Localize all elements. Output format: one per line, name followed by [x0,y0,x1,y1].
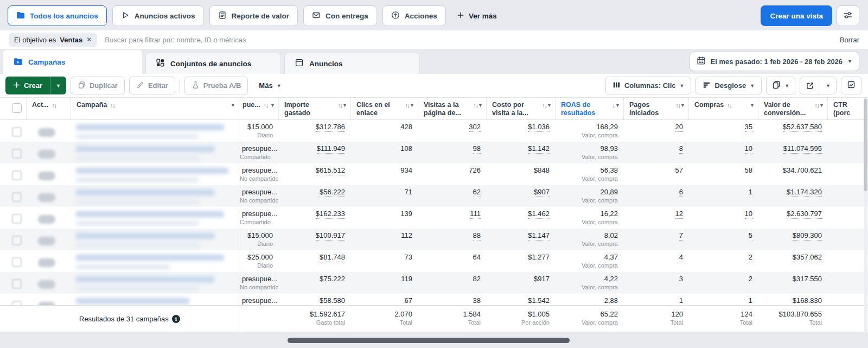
row-active-toggle[interactable] [26,120,71,142]
columns-label: Columnas: Clic [624,81,676,90]
chevron-down-icon[interactable]: ▼ [750,101,755,108]
row-active-toggle[interactable] [26,207,71,229]
column-header-ctr[interactable]: CTR (porc [827,98,868,119]
row-checkbox[interactable] [0,250,26,272]
toggle-icon [38,258,55,267]
preset-actions-button[interactable]: Acciones [382,5,446,26]
row-active-toggle[interactable] [26,272,71,294]
vertical-scrollbar-thumb[interactable] [864,99,867,191]
campaign-name-cell-redacted[interactable] [71,250,239,272]
table-row[interactable]: presupue...Compartido $162.233 139 111 $… [0,207,868,229]
column-header-roas[interactable]: ROAS de resultados↓▼ [555,98,623,119]
row-checkbox[interactable] [0,142,26,163]
toggle-icon [38,193,55,202]
table-row[interactable]: presupue... $58.580 67 38 $1.542 2,88 1 … [0,294,868,305]
row-active-toggle[interactable] [26,185,71,207]
chevron-down-icon[interactable]: ▼ [819,101,824,108]
edit-button[interactable]: Editar [129,77,175,94]
create-dropdown-button[interactable]: ▼ [50,77,66,94]
filter-chip-objective[interactable]: El objetivo es Ventas ✕ [9,33,97,47]
row-checkbox[interactable] [0,185,26,207]
chevron-down-icon[interactable]: ▼ [680,101,685,108]
info-icon[interactable]: i [172,315,180,323]
columns-button[interactable]: Columnas: Clic ▼ [605,77,692,94]
clear-filters-button[interactable]: Borrar [840,36,859,44]
chevron-down-icon[interactable]: ▼ [270,101,275,108]
tab-ads[interactable]: Anuncios [284,53,420,74]
preset-value-report-button[interactable]: Reporte de valor [209,5,298,26]
table-row[interactable]: $25.000Diario $81.748 73 64 $1.277 4,37V… [0,250,868,272]
export-split-button[interactable]: ▼ [800,77,837,94]
row-checkbox[interactable] [0,163,26,185]
select-all-checkbox[interactable] [0,98,26,119]
row-active-toggle[interactable] [26,229,71,250]
chevron-down-icon[interactable]: ▼ [231,101,235,108]
redacted-campaign-status [76,243,199,248]
column-header-amount-spent[interactable]: Importe gastado↑↓▼ [278,98,350,119]
table-row[interactable]: $15.000Diario $312.786 428 302 $1.036 16… [0,120,868,142]
link-clicks-cell: 934 [350,163,418,185]
table-row[interactable]: presupue...Compartido $111.949 108 98 $1… [0,142,868,163]
horizontal-scrollbar-thumb[interactable] [288,338,570,343]
link-clicks-cell: 428 [350,120,418,142]
chevron-down-icon[interactable]: ▼ [342,101,347,108]
row-active-toggle[interactable] [26,142,71,163]
campaign-name-cell-redacted[interactable] [71,229,239,250]
tab-ad-sets[interactable]: Conjuntos de anuncios [145,53,281,74]
roas-cell: 4,37Valor, compra [555,250,623,272]
column-header-landing-page-views[interactable]: Visitas a la página de...↑↓▼ [418,98,486,119]
landing-page-views-cell: 111 [418,207,486,229]
export-dropdown-button[interactable]: ▼ [820,77,836,94]
table-row[interactable]: presupue...No compartido $615.512 934 72… [0,163,868,185]
table-row[interactable]: $15.000Diario $100.917 112 88 $1.147 8,0… [0,229,868,250]
chevron-down-icon[interactable]: ▼ [478,101,483,108]
column-header-conversion-value[interactable]: Valor de conversión...↑↓▼ [758,98,827,119]
campaign-name-cell-redacted[interactable] [71,120,239,142]
tab-campaigns[interactable]: Campañas [3,50,142,74]
chevron-down-icon[interactable]: ▼ [615,101,620,108]
campaign-name-cell-redacted[interactable] [71,185,239,207]
row-active-toggle[interactable] [26,294,71,305]
ab-test-button[interactable]: Prueba A/B [184,77,248,94]
reports-button[interactable]: ▼ [766,77,795,94]
column-header-purchases[interactable]: Compras↑↓▼ [688,98,758,119]
table-footer-totals: Resultados de 31 campañas i $1.592.617Ga… [0,305,868,332]
column-header-cost-per-visit[interactable]: Costo por visita a la...↑↓▼ [486,98,555,119]
filter-search-input[interactable] [105,36,832,44]
landing-page-views-cell: 38 [418,294,486,305]
column-header-campaign[interactable]: Campaña↑↓▼ [71,98,239,119]
campaign-name-cell-redacted[interactable] [71,294,239,305]
charts-button[interactable] [841,77,861,94]
campaign-name-cell-redacted[interactable] [71,142,239,163]
view-settings-button[interactable] [837,5,859,26]
preset-with-delivery-button[interactable]: Con entrega [303,5,377,26]
table-row[interactable]: presupue...No compartido $75.222 119 82 … [0,272,868,294]
chevron-down-icon[interactable]: ▼ [410,101,414,108]
chevron-down-icon[interactable]: ▼ [547,101,552,108]
duplicate-button[interactable]: Duplicar [71,77,125,94]
row-checkbox[interactable] [0,120,26,142]
date-range-button[interactable]: El mes pasado: 1 feb 2026 - 28 feb 2026 … [690,52,859,71]
row-checkbox[interactable] [0,272,26,294]
create-button[interactable]: Crear ▼ [5,77,66,94]
row-active-toggle[interactable] [26,163,71,185]
row-checkbox[interactable] [0,229,26,250]
campaign-name-cell-redacted[interactable] [71,163,239,185]
campaign-name-cell-redacted[interactable] [71,272,239,294]
create-view-button[interactable]: Crear una vista [761,5,832,26]
see-more-button[interactable]: Ver más [451,5,502,26]
row-checkbox[interactable] [0,207,26,229]
column-header-budget[interactable]: pue...↑↓▼ [239,98,278,119]
row-active-toggle[interactable] [26,250,71,272]
more-button[interactable]: Más ▼ [252,77,288,94]
campaign-name-cell-redacted[interactable] [71,207,239,229]
column-header-payments-initiated[interactable]: Pagos iniciados↑↓▼ [623,98,688,119]
remove-filter-icon[interactable]: ✕ [86,36,92,43]
preset-all-ads-button[interactable]: Todos los anuncios [8,5,107,26]
preset-active-ads-button[interactable]: Anuncios activos [112,5,204,26]
table-row[interactable]: presupue...No compartido $56.222 71 62 $… [0,185,868,207]
column-header-active[interactable]: Act...↑↓ [26,98,71,119]
breakdown-button[interactable]: Desglose ▼ [695,77,762,94]
column-header-link-clicks[interactable]: Clics en el enlace↑↓▼ [350,98,418,119]
row-checkbox[interactable] [0,294,26,305]
